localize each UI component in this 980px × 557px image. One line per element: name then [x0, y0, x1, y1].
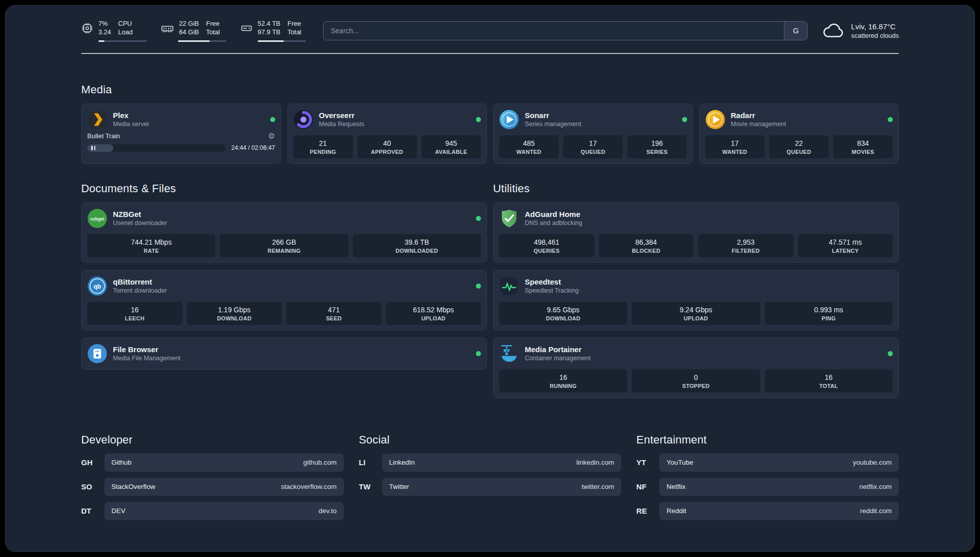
stat-label: UPLOAD: [388, 315, 479, 321]
service-card-overseerr[interactable]: OverseerrMedia Requests21PENDING40APPROV…: [287, 103, 487, 164]
stat-label: SEED: [288, 315, 380, 321]
playback-progress-bar[interactable]: [87, 144, 225, 152]
service-name: Speedtest: [525, 277, 579, 286]
dashboard-panel: 7% 3.24 CPU Load 22 GiB: [5, 5, 975, 552]
disk-icon: [240, 22, 253, 34]
stat-value: 196: [629, 139, 685, 147]
stat-movies: 834MOVIES: [833, 135, 893, 158]
stat-label: FILTERED: [700, 248, 791, 254]
section-documents-files: Documents & Files nzbgetNZBGetUsenet dow…: [81, 182, 487, 370]
bookmark-row-youtube: YTYouTubeyoutube.com: [636, 454, 899, 472]
memory-total-value: 64 GiB: [179, 28, 199, 37]
stat-value: 16: [767, 373, 891, 381]
service-card-file-browser[interactable]: File BrowserMedia File Management: [81, 338, 487, 370]
stat-ping: 0.993 msPING: [765, 302, 893, 325]
stat-pending: 21PENDING: [293, 135, 353, 158]
service-card-media-portainer[interactable]: Media PortainerContainer management16RUN…: [493, 338, 899, 398]
stat-label: TOTAL: [767, 383, 891, 389]
service-card-speedtest[interactable]: SpeedtestSpeedtest Tracking9.65 GbpsDOWN…: [493, 270, 899, 330]
stat-value: 17: [707, 139, 763, 147]
service-card-adguard-home[interactable]: AdGuard HomeDNS and adblocking498,461QUE…: [493, 202, 899, 263]
stat-value: 945: [423, 139, 479, 147]
stat-approved: 40APPROVED: [357, 135, 417, 158]
topbar-divider: [81, 53, 899, 54]
media-card-grid: PlexMedia serverBullet Train⚙24:44 / 02:…: [81, 103, 899, 164]
search-engine-button[interactable]: G: [784, 22, 807, 40]
service-name: Overseerr: [319, 111, 364, 120]
bookmark-link-reddit[interactable]: Redditreddit.com: [659, 502, 899, 520]
bookmark-abbr: SO: [81, 482, 104, 491]
bookmark-link-twitter[interactable]: Twittertwitter.com: [382, 478, 622, 496]
stat-label: DOWNLOAD: [189, 315, 280, 321]
bookmark-link-github[interactable]: Githubgithub.com: [104, 454, 344, 472]
service-name: Media Portainer: [525, 345, 591, 354]
bookmark-name: YouTube: [666, 459, 693, 466]
stat-value: 16: [501, 373, 625, 381]
stat-download: 1.19 GbpsDOWNLOAD: [187, 302, 282, 325]
bookmark-row-netflix: NFNetflixnetflix.com: [636, 478, 899, 496]
bookmark-link-dev[interactable]: DEVdev.to: [104, 502, 344, 520]
service-description: Media server: [113, 121, 149, 128]
stat-label: DOWNLOAD: [501, 315, 625, 321]
service-card-qbittorrent[interactable]: qbqBittorrentTorrent downloader16LEECH1.…: [81, 270, 487, 330]
stat-label: AVAILABLE: [423, 149, 479, 155]
stat-label: UPLOAD: [634, 315, 758, 321]
stat-wanted: 485WANTED: [499, 135, 559, 158]
svg-text:nzbget: nzbget: [90, 216, 104, 221]
bookmark-link-linkedin[interactable]: LinkedInlinkedin.com: [382, 454, 622, 472]
stat-upload: 618.52 MbpsUPLOAD: [386, 302, 481, 325]
search-bar[interactable]: G: [323, 21, 808, 40]
service-description: DNS and adblocking: [525, 219, 582, 227]
service-card-radarr[interactable]: RadarrMovie management17WANTED22QUEUED83…: [699, 103, 899, 164]
service-name: Sonarr: [525, 111, 581, 120]
service-card-nzbget[interactable]: nzbgetNZBGetUsenet downloader744.21 Mbps…: [81, 202, 487, 263]
gear-icon[interactable]: ⚙: [268, 132, 275, 140]
service-card-plex[interactable]: PlexMedia serverBullet Train⚙24:44 / 02:…: [81, 103, 281, 164]
stat-label: DOWNLOADED: [355, 248, 479, 254]
online-status-dot: [270, 117, 275, 122]
stat-value: 16: [89, 306, 180, 314]
bookmark-link-stackoverflow[interactable]: StackOverflowstackoverflow.com: [104, 478, 344, 496]
bookmark-group-social: SocialLILinkedInlinkedin.comTWTwittertwi…: [359, 433, 622, 496]
bookmark-abbr: YT: [636, 458, 659, 467]
stat-value: 17: [565, 139, 621, 147]
stat-wanted: 17WANTED: [705, 135, 765, 158]
bookmark-abbr: DT: [81, 507, 104, 515]
weather-widget[interactable]: Lviv, 16.87°C scattered clouds: [822, 22, 899, 39]
bookmark-link-youtube[interactable]: YouTubeyoutube.com: [659, 454, 899, 472]
bookmark-link-netflix[interactable]: Netflixnetflix.com: [659, 478, 899, 496]
sonarr-icon: [499, 109, 519, 130]
section-media: Media PlexMedia serverBullet Train⚙24:44…: [81, 83, 899, 164]
search-input[interactable]: [324, 22, 784, 40]
cloud-icon: [822, 23, 845, 39]
stat-label: LEECH: [89, 315, 180, 321]
group-title-media: Media: [81, 83, 899, 96]
section-utilities: Utilities AdGuard HomeDNS and adblocking…: [493, 182, 899, 398]
filebrowser-icon: [87, 344, 107, 364]
stat-label: QUEUED: [771, 149, 827, 155]
top-bar: 7% 3.24 CPU Load 22 GiB: [81, 20, 899, 42]
service-name: qBittorrent: [113, 277, 167, 286]
bookmark-row-github: GHGithubgithub.com: [81, 454, 344, 472]
cpu-usage-widget: 7% 3.24 CPU Load: [81, 20, 147, 42]
stat-series: 196SERIES: [627, 135, 687, 158]
stat-label: RATE: [89, 248, 213, 254]
stat-value: 86,384: [601, 238, 692, 246]
bookmark-abbr: TW: [359, 482, 382, 491]
service-card-sonarr[interactable]: SonarrSeries management485WANTED17QUEUED…: [493, 103, 693, 164]
bookmark-abbr: RE: [636, 507, 659, 515]
bookmark-abbr: LI: [359, 458, 382, 467]
service-name: NZBGet: [113, 210, 167, 218]
documents-card-stack: nzbgetNZBGetUsenet downloader744.21 Mbps…: [81, 202, 487, 370]
pause-icon[interactable]: [91, 146, 95, 150]
cpu-progress-bar: [98, 40, 147, 42]
bookmark-abbr: NF: [636, 482, 659, 491]
storage-free-label: Free: [287, 20, 301, 28]
memory-progress-bar: [178, 40, 226, 42]
stat-value: 1.19 Gbps: [189, 306, 280, 314]
online-status-dot: [476, 216, 481, 221]
service-description: Container management: [525, 355, 591, 362]
stat-value: 498,461: [501, 238, 592, 246]
service-description: Series management: [525, 121, 581, 128]
speedtest-icon: [499, 276, 519, 296]
